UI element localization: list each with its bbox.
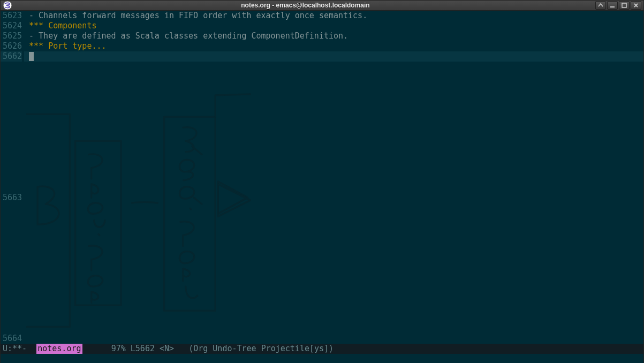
window-title: notes.org - emacs@localhost.localdomain: [16, 2, 595, 9]
modeline-flags: U:**-: [3, 344, 36, 354]
maximize-button[interactable]: [619, 1, 630, 10]
rollup-button[interactable]: [595, 1, 606, 10]
linenum: 5623: [1, 11, 22, 21]
svg-rect-2: [622, 3, 626, 7]
modeline-modes: (Org Undo-Tree Projectile[ys]): [188, 344, 334, 354]
text-line: [24, 334, 643, 344]
linenum: 5664: [1, 334, 22, 344]
titlebar[interactable]: notes.org - emacs@localhost.localdomain: [1, 1, 643, 11]
linenum: 5625: [1, 31, 22, 41]
cursor: [29, 52, 34, 61]
emacs-icon: [3, 1, 12, 10]
cursor-line: [24, 51, 643, 62]
emacs-frame: 5623 - Channels forward messages in FIFO…: [1, 11, 643, 363]
modeline-position: 97% L5662: [111, 344, 160, 354]
modeline-evil-state: <N>: [160, 344, 188, 354]
svg-rect-1: [610, 6, 615, 7]
modeline-buffer-name: notes.org: [36, 344, 82, 354]
linenum: 5663: [3, 193, 22, 203]
echo-area[interactable]: [1, 354, 643, 363]
linenum-current: 5662: [1, 51, 22, 62]
text-line: - They are defined as Scala classes exte…: [24, 31, 643, 41]
text-line: - Channels forward messages in FIFO orde…: [24, 11, 643, 21]
linenum: 5624: [1, 21, 22, 31]
linenum: 5626: [1, 41, 22, 51]
buffer[interactable]: 5623 - Channels forward messages in FIFO…: [1, 11, 643, 344]
modeline[interactable]: U:**- notes.org 97% L5662 <N> (Org Undo-…: [1, 344, 643, 354]
app-window: notes.org - emacs@localhost.localdomain …: [0, 0, 644, 363]
org-heading: *** Port type...: [24, 41, 643, 51]
minimize-button[interactable]: [607, 1, 618, 10]
window-controls: [595, 1, 641, 10]
close-button[interactable]: [631, 1, 641, 10]
org-heading: *** Components: [24, 21, 643, 31]
inline-image: [24, 62, 643, 334]
